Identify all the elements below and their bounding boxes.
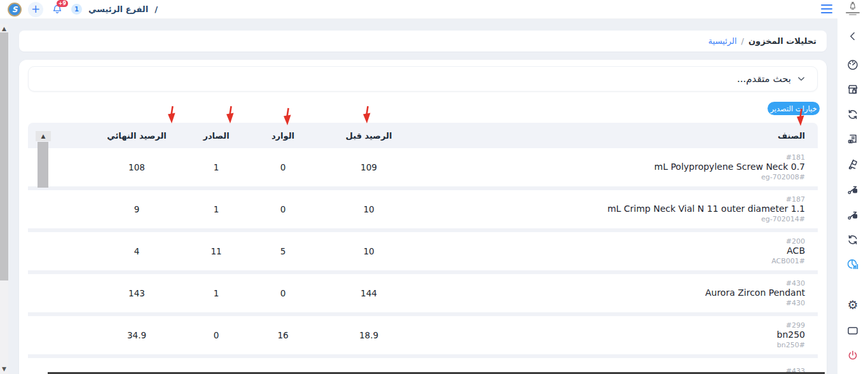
item-sku: #430	[420, 299, 805, 308]
item-name: Aurora Zircon Pendant	[420, 287, 805, 299]
column-header-item: الصنف	[420, 131, 818, 141]
annotation-arrow-icon	[282, 107, 293, 127]
page-scrollbar[interactable]: ▲ ▼	[0, 24, 8, 374]
store-icon[interactable]	[842, 80, 864, 99]
table-scrollbar-thumb[interactable]	[38, 142, 48, 188]
item-id: #430	[420, 279, 805, 288]
branch-count-badge: 1	[71, 4, 82, 15]
table-scroll-up-icon[interactable]: ▲	[36, 131, 51, 141]
inventory-analytics-icon[interactable]	[842, 255, 864, 274]
final-balance-value: 143	[89, 288, 184, 298]
table-row[interactable]: #187 mL Crimp Neck Vial N 11 outer diame…	[28, 190, 818, 228]
inventory-analytics-page: S + +9 1 الفرع الرئيسي /	[0, 0, 868, 374]
branch-separator: /	[155, 4, 158, 14]
column-header-final-balance: الرصيد النهائي	[89, 131, 184, 141]
branch-name-label: الفرع الرئيسي	[88, 4, 148, 14]
item-sku: bn250#	[420, 341, 805, 350]
incoming-value: 5	[248, 246, 318, 256]
advanced-search-toggle[interactable]: بحث متقدم...	[28, 66, 818, 92]
incoming-value: 0	[248, 204, 318, 214]
table-row[interactable]: #200 ACB ACB001# 10 5 11 4	[28, 232, 818, 270]
transfer-out-icon[interactable]	[842, 180, 864, 199]
sync-icon-2[interactable]	[842, 230, 864, 249]
table-header-row: الصنف الرصيد قبل الوارد الصادر الرصيد ال…	[28, 123, 818, 148]
page-scrollbar-thumb[interactable]	[0, 32, 8, 280]
export-options-button[interactable]: خيارات التصدير	[768, 102, 820, 115]
table-row[interactable]: #181 mL Polypropylene Screw Neck 0.7 eg-…	[28, 148, 818, 186]
scroll-up-icon[interactable]: ▲	[0, 24, 8, 32]
inventory-table: الصنف الرصيد قبل الوارد الصادر الرصيد ال…	[28, 123, 818, 374]
incoming-value: 0	[248, 288, 318, 298]
column-header-incoming: الوارد	[248, 131, 318, 141]
sidebar: ⚙	[837, 0, 868, 374]
item-id: #187	[420, 195, 805, 204]
scroll-down-icon[interactable]: ▼	[0, 364, 8, 373]
incoming-value: 16	[248, 330, 318, 340]
app-logo-icon[interactable]: S	[8, 3, 22, 17]
sync-icon[interactable]	[842, 105, 864, 124]
dashboard-gauge-icon[interactable]	[842, 55, 864, 74]
screen-icon[interactable]	[842, 321, 864, 340]
annotation-arrow-icon	[225, 106, 235, 125]
outgoing-value: 1	[184, 162, 248, 172]
notification-count-badge: +9	[57, 0, 68, 7]
final-balance-value: 4	[89, 246, 184, 256]
balance-before-value: 18.9	[318, 330, 420, 340]
item-sku: eg-702008#	[420, 173, 805, 182]
page-title: تحليلات المخزون	[748, 36, 816, 46]
table-row[interactable]: #430 Aurora Zircon Pendant #430 144 0 1 …	[28, 274, 818, 312]
item-id: #200	[420, 237, 805, 246]
transfer-out-icon-2[interactable]	[842, 205, 864, 225]
advanced-search-label: بحث متقدم...	[737, 73, 791, 85]
table-row[interactable]: #299 bn250 bn250# 18.9 16 0 34.9	[28, 316, 818, 354]
item-sku: eg-702014#	[420, 215, 805, 224]
item-id: #299	[420, 321, 805, 330]
hand-truck-icon[interactable]	[842, 155, 864, 174]
item-id: #181	[420, 153, 805, 162]
column-header-balance-before: الرصيد قبل	[318, 131, 420, 141]
final-balance-value: 108	[89, 162, 184, 172]
item-name: ACB	[420, 246, 805, 257]
chevron-down-icon	[797, 74, 806, 83]
add-tab-button[interactable]: +	[28, 2, 43, 17]
balance-before-value: 10	[318, 204, 420, 214]
main-card: بحث متقدم... خيارات التصدير الصنف الرصيد…	[19, 60, 827, 374]
invoice-cash-icon[interactable]	[842, 130, 864, 149]
annotation-arrow-icon	[167, 106, 177, 125]
item-name: bn250	[420, 329, 805, 341]
lantern-icon	[848, 1, 858, 11]
menu-icon[interactable]	[821, 4, 832, 13]
topbar: S + +9 1 الفرع الرئيسي /	[0, 0, 837, 19]
annotation-arrow-icon	[796, 108, 806, 127]
store-logo	[846, 1, 860, 20]
outgoing-value: 1	[184, 288, 248, 298]
balance-before-value: 109	[318, 162, 420, 172]
annotation-arrow-icon	[362, 106, 372, 125]
balance-before-value: 10	[318, 246, 420, 256]
breadcrumb-separator: /	[741, 36, 744, 46]
notifications-button[interactable]: +9	[50, 2, 65, 17]
item-name: mL Polypropylene Screw Neck 0.7	[420, 162, 805, 173]
incoming-value: 0	[248, 162, 318, 172]
final-balance-value: 9	[89, 204, 184, 214]
column-header-outgoing: الصادر	[184, 131, 248, 141]
outgoing-value: 0	[184, 330, 248, 340]
power-icon[interactable]	[842, 346, 864, 365]
collapse-chevron-icon[interactable]	[842, 27, 864, 46]
balance-before-value: 144	[318, 288, 420, 298]
settings-gear-icon[interactable]: ⚙	[842, 295, 864, 314]
breadcrumb: الرئيسية / تحليلات المخزون	[19, 31, 827, 52]
item-name: mL Crimp Neck Vial N 11 outer diameter 1…	[420, 204, 805, 215]
item-sku: ACB001#	[420, 257, 805, 266]
final-balance-value: 34.9	[89, 330, 184, 340]
outgoing-value: 1	[184, 204, 248, 214]
outgoing-value: 11	[184, 246, 248, 256]
breadcrumb-home-link[interactable]: الرئيسية	[708, 36, 737, 46]
